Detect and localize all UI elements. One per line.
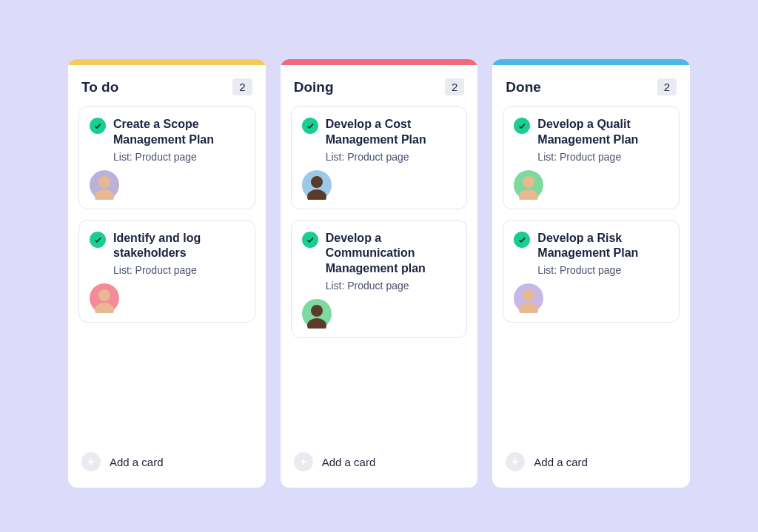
kanban-card[interactable]: Develop a Risk Management Plan List: Pro… <box>503 220 680 323</box>
add-card-label: Add a card <box>110 456 164 468</box>
card-list: Develop a Qualit Management Plan List: P… <box>492 106 690 323</box>
column-stripe <box>68 59 266 65</box>
card-body: Develop a Communication Management plan … <box>326 231 457 292</box>
kanban-column: Done 2 Develop a Qualit Management Plan … <box>492 59 690 488</box>
avatar <box>302 170 332 200</box>
add-card-button[interactable]: Add a card <box>492 440 690 488</box>
plus-icon <box>294 452 313 471</box>
kanban-card[interactable]: Create a Scope Management Plan List: Pro… <box>78 106 255 209</box>
column-count-badge: 2 <box>232 78 252 95</box>
card-list: Develop a Cost Management Plan List: Pro… <box>281 106 478 338</box>
svg-point-22 <box>523 176 534 188</box>
card-body: Develop a Cost Management Plan List: Pro… <box>326 117 457 163</box>
add-card-label: Add a card <box>534 456 588 468</box>
card-top: Develop a Risk Management Plan List: Pro… <box>514 231 668 277</box>
check-icon <box>514 232 530 248</box>
card-body: Develop a Qualit Management Plan List: P… <box>537 117 668 163</box>
kanban-column: To do 2 Create a Scope Management Plan L… <box>68 59 266 488</box>
column-title: Done <box>506 79 541 95</box>
card-subtitle: List: Product page <box>326 151 457 163</box>
card-body: Create a Scope Management Plan List: Pro… <box>113 117 244 163</box>
kanban-card[interactable]: Develop a Qualit Management Plan List: P… <box>503 106 680 209</box>
kanban-board: To do 2 Create a Scope Management Plan L… <box>0 0 758 532</box>
add-card-button[interactable]: Add a card <box>68 440 266 488</box>
card-top: Develop a Qualit Management Plan List: P… <box>514 117 668 163</box>
card-subtitle: List: Product page <box>537 151 668 163</box>
avatar <box>90 170 119 200</box>
add-card-label: Add a card <box>322 456 376 468</box>
column-stripe <box>492 59 690 65</box>
add-card-button[interactable]: Add a card <box>281 440 478 488</box>
column-header: Doing 2 <box>281 65 478 106</box>
check-icon <box>514 118 530 134</box>
card-title: Develop a Qualit Management Plan <box>537 117 668 148</box>
kanban-column: Doing 2 Develop a Cost Management Plan L… <box>281 59 478 488</box>
check-icon <box>90 232 106 248</box>
column-header: To do 2 <box>68 65 266 106</box>
kanban-card[interactable]: Identify and log stakeholders List: Prod… <box>78 220 255 323</box>
column-header: Done 2 <box>492 65 690 106</box>
card-subtitle: List: Product page <box>113 264 244 276</box>
svg-point-16 <box>311 305 323 317</box>
svg-point-6 <box>98 289 110 301</box>
card-subtitle: List: Product page <box>113 151 244 163</box>
card-body: Develop a Risk Management Plan List: Pro… <box>537 231 668 277</box>
card-top: Develop a Cost Management Plan List: Pro… <box>302 117 457 163</box>
plus-icon <box>506 452 525 471</box>
avatar <box>90 283 119 313</box>
check-icon <box>90 118 106 134</box>
plus-icon <box>81 452 101 471</box>
svg-point-2 <box>98 176 110 188</box>
kanban-card[interactable]: Develop a Cost Management Plan List: Pro… <box>291 106 468 209</box>
column-count-badge: 2 <box>657 78 677 95</box>
avatar <box>514 283 543 313</box>
card-title: Identify and log stakeholders <box>113 231 244 262</box>
column-title: Doing <box>294 79 334 95</box>
check-icon <box>302 118 318 134</box>
column-count-badge: 2 <box>445 78 464 95</box>
card-title: Create a Scope Management Plan <box>113 117 244 148</box>
card-top: Identify and log stakeholders List: Prod… <box>90 231 244 277</box>
card-title: Develop a Cost Management Plan <box>326 117 457 148</box>
card-top: Create a Scope Management Plan List: Pro… <box>90 117 244 163</box>
card-subtitle: List: Product page <box>326 280 457 292</box>
avatar <box>302 299 332 329</box>
check-icon <box>302 232 318 248</box>
svg-point-12 <box>311 176 323 188</box>
column-title: To do <box>81 79 118 95</box>
svg-point-26 <box>523 289 534 301</box>
kanban-card[interactable]: Develop a Communication Management plan … <box>291 220 468 338</box>
card-title: Develop a Communication Management plan <box>326 231 457 277</box>
column-stripe <box>281 59 478 65</box>
card-subtitle: List: Product page <box>537 264 668 276</box>
avatar <box>514 170 543 200</box>
card-title: Develop a Risk Management Plan <box>537 231 668 262</box>
card-body: Identify and log stakeholders List: Prod… <box>113 231 244 277</box>
card-list: Create a Scope Management Plan List: Pro… <box>68 106 266 323</box>
card-top: Develop a Communication Management plan … <box>302 231 457 292</box>
